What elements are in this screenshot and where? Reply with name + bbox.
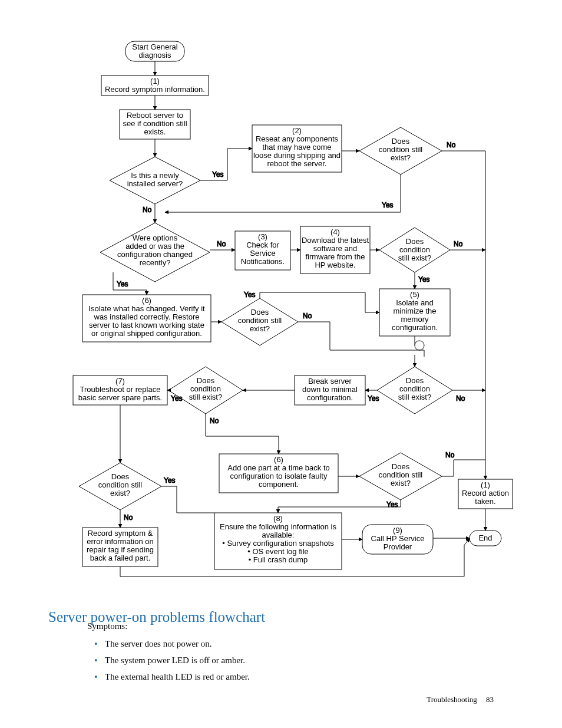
svg-text:(6): (6)	[142, 296, 151, 305]
svg-text:reboot the server.: reboot the server.	[267, 159, 326, 168]
svg-text:exist?: exist?	[391, 479, 411, 487]
svg-text:(1): (1)	[481, 480, 490, 489]
svg-text:Does: Does	[251, 308, 269, 317]
svg-text:Does: Does	[392, 462, 410, 471]
svg-text:Record symptom &: Record symptom &	[88, 529, 153, 538]
flow-d-cond6: Does condition still exist?	[79, 463, 161, 510]
flow-b7: (7) Troubleshoot or replace basic server…	[73, 375, 167, 405]
flow-break: Break server down to minimal configurati…	[295, 375, 365, 405]
svg-text:Yes: Yes	[386, 500, 398, 509]
svg-text:still exist?: still exist?	[189, 393, 222, 401]
svg-text:(1): (1)	[150, 77, 160, 85]
svg-text:recently?: recently?	[140, 258, 171, 267]
svg-text:minimize the: minimize the	[394, 307, 437, 315]
svg-text:exists.: exists.	[144, 127, 166, 136]
svg-text:available:: available:	[262, 531, 295, 539]
svg-text:• Full crash dump: • Full crash dump	[249, 555, 308, 564]
svg-text:Yes: Yes	[368, 394, 379, 403]
footer-section: Troubleshooting	[427, 695, 477, 704]
svg-text:Yes: Yes	[212, 170, 224, 179]
svg-text:Record symptom information.: Record symptom information.	[105, 85, 205, 94]
svg-text:Yes: Yes	[418, 275, 430, 284]
flow-d-cond4: Does condition still exist?	[168, 367, 243, 414]
flow-b2: (2) Reseat any components that may have …	[252, 125, 342, 172]
svg-text:condition: condition	[399, 384, 430, 393]
svg-text:Does: Does	[392, 137, 410, 146]
flow-end: End	[470, 531, 501, 546]
svg-text:Reseat any components: Reseat any components	[256, 134, 339, 143]
svg-text:Yes: Yes	[117, 280, 128, 288]
svg-text:Isolate what has changed. Veri: Isolate what has changed. Verify it	[88, 304, 205, 313]
svg-text:Yes: Yes	[244, 291, 256, 299]
svg-text:memory: memory	[401, 315, 429, 324]
page-footer: Troubleshooting 83	[427, 695, 494, 704]
flow-b1: (1) Record symptom information.	[101, 75, 209, 95]
svg-text:condition still: condition still	[379, 145, 423, 154]
symptom-item: The external health LED is red or amber.	[105, 670, 250, 684]
svg-text:server to last known working s: server to last known working state	[89, 321, 204, 330]
svg-text:Were options: Were options	[133, 233, 178, 242]
svg-text:still exist?: still exist?	[398, 393, 431, 401]
svg-text:was installed correctly.  Rest: was installed correctly. Restore	[94, 312, 200, 321]
svg-text:Notifications.: Notifications.	[241, 257, 285, 266]
svg-text:Provider: Provider	[384, 542, 412, 551]
symptoms-intro: Symptoms:	[87, 619, 250, 633]
svg-text:(4): (4)	[330, 228, 340, 236]
flow-d-cond7: Does condition still exist?	[359, 453, 442, 500]
svg-text:Yes: Yes	[382, 201, 394, 209]
svg-text:Reboot server to: Reboot server to	[127, 111, 183, 120]
flow-d-opts: Were options added or was the configurat…	[100, 223, 210, 282]
svg-text:Check for: Check for	[246, 241, 279, 249]
svg-text:or original shipped configurat: or original shipped configuration.	[91, 329, 202, 338]
svg-text:Does: Does	[111, 472, 130, 481]
svg-text:error information on: error information on	[87, 537, 153, 546]
svg-text:No: No	[210, 417, 219, 425]
svg-text:Is this a newly: Is this a newly	[131, 171, 179, 180]
flow-b5: (5) Isolate and minimize the memory conf…	[379, 289, 450, 336]
svg-text:Record action: Record action	[462, 489, 509, 498]
svg-text:(8): (8)	[273, 514, 283, 523]
symptom-item: The server does not power on.	[105, 637, 250, 651]
flow-b8: (8) Ensure the following information is …	[214, 513, 342, 569]
svg-text:No: No	[456, 394, 465, 403]
svg-text:condition: condition	[190, 384, 221, 393]
svg-text:loose during shipping and: loose during shipping and	[253, 151, 340, 160]
svg-text:(3): (3)	[258, 232, 267, 241]
flow-d-new: Is this a newly installed server?	[110, 157, 200, 204]
symptom-item: The system power LED is off or amber.	[105, 653, 250, 667]
svg-text:No: No	[143, 206, 152, 214]
svg-text:HP website.: HP website.	[315, 261, 355, 269]
svg-text:installed server?: installed server?	[127, 179, 183, 188]
svg-text:(9): (9)	[393, 526, 402, 535]
svg-text:down to minimal: down to minimal	[302, 385, 358, 394]
flow-d-cond1: Does condition still exist?	[359, 127, 442, 174]
svg-text:component.: component.	[259, 480, 299, 489]
svg-text:Ensure the following informati: Ensure the following information is	[220, 522, 336, 531]
flow-d-cond2: Does condition still exist?	[379, 228, 450, 272]
svg-text:condition: condition	[399, 245, 430, 254]
svg-text:(6): (6)	[274, 455, 283, 464]
svg-text:No: No	[447, 141, 456, 149]
flow-b9: (9) Call HP Service Provider	[362, 525, 433, 554]
flow-record: Record symptom & error information on re…	[82, 528, 158, 566]
svg-text:software and: software and	[313, 244, 357, 253]
svg-text:Service: Service	[250, 249, 275, 258]
svg-text:Does: Does	[406, 237, 424, 246]
svg-text:No: No	[445, 451, 455, 459]
svg-text:Yes: Yes	[164, 476, 176, 485]
flow-reboot: Reboot server to see if condition still …	[120, 110, 190, 139]
svg-text:exist?: exist?	[110, 489, 130, 498]
svg-text:basic server spare parts.: basic server spare parts.	[78, 393, 162, 402]
svg-text:No: No	[454, 240, 463, 248]
symptoms-block: Symptoms: The server does not power on. …	[87, 619, 250, 686]
svg-text:(2): (2)	[292, 126, 302, 135]
svg-text:(5): (5)	[410, 290, 419, 299]
svg-text:Yes: Yes	[171, 394, 183, 403]
flow-b6b: (6) Add one part at a time back to confi…	[219, 454, 338, 493]
flow-d-cond3: Does condition still exist?	[222, 298, 298, 345]
svg-text:see if condition still: see if condition still	[123, 119, 187, 128]
svg-text:Does: Does	[197, 376, 215, 385]
flow-b3: (3) Check for Service Notifications.	[235, 231, 290, 270]
svg-text:still exist?: still exist?	[398, 253, 431, 262]
svg-text:configuration to isolate fault: configuration to isolate faulty	[230, 472, 328, 480]
